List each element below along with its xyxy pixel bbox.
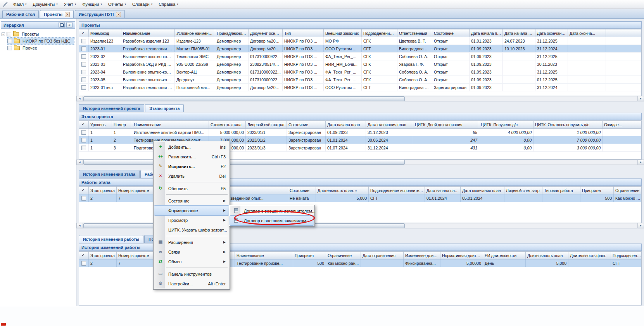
row-checkbox[interactable] [81, 146, 86, 150]
column-header[interactable]: Состояние [288, 187, 316, 194]
menu-item[interactable]: Договор с внешним заказчиком... [230, 216, 314, 225]
column-header[interactable]: Приоритет [580, 187, 614, 194]
scroll-left-icon[interactable]: ◄ [77, 223, 83, 228]
column-header[interactable]: Длительность план. [526, 252, 568, 259]
row-checkbox[interactable] [81, 261, 86, 266]
row-checkbox[interactable] [81, 85, 86, 90]
row-checkbox[interactable] [81, 39, 86, 43]
column-header[interactable]: Тип [283, 29, 324, 37]
select-all-header[interactable]: ✔ [79, 252, 89, 259]
menubar-item[interactable]: Документы▾ [30, 1, 61, 8]
menu-item[interactable]: ×УдалитьDel [154, 171, 229, 181]
column-header[interactable]: ЕИ длительности [483, 252, 526, 259]
column-header[interactable]: ЦИТК. Получено д/с [479, 121, 534, 128]
table-row[interactable]: 2023-02Выполнение опытно-конс...Технолог… [79, 53, 641, 60]
collapse-panel-icon[interactable]: « [66, 22, 73, 28]
menu-item[interactable]: Формирование▶ [154, 206, 229, 215]
column-header[interactable]: Состояние [432, 29, 470, 37]
scroll-right-icon[interactable]: ► [637, 96, 644, 101]
column-header[interactable]: Документ-основан... [249, 29, 283, 37]
window-tab[interactable]: Рабочий стол [2, 10, 39, 18]
menubar-item[interactable]: Файл▾ [10, 1, 30, 8]
column-header[interactable]: Принадлежность [215, 29, 249, 37]
scrollbar-track[interactable] [83, 96, 637, 101]
column-header[interactable]: Подразделение-исполнитель [611, 252, 642, 259]
scroll-left-icon[interactable]: ◄ [77, 160, 83, 165]
section-tab[interactable]: Этапы проекта [145, 104, 184, 112]
menubar-item[interactable]: Отчёты▾ [105, 1, 129, 8]
expander-icon[interactable]: − [2, 33, 5, 36]
menu-item[interactable]: ЦИТК. Указать шифр затрат... [154, 225, 229, 235]
table-row[interactable]: 11Изготовление опытной партии ПМ0...5 00… [79, 129, 641, 136]
close-icon[interactable]: × [65, 12, 70, 17]
tree-checkbox[interactable] [7, 46, 12, 50]
column-header[interactable]: Состояние [287, 121, 326, 128]
select-all-header[interactable]: ✔ [79, 29, 89, 37]
window-tab[interactable]: Проекты× [40, 10, 74, 18]
menu-item[interactable]: +Добавить...Ins [154, 142, 229, 152]
table-row[interactable]: 2023-05Выполнение опытно-конс...Дредноут… [79, 76, 641, 84]
column-header[interactable]: Подразделение-от... [362, 29, 397, 37]
row-checkbox[interactable] [81, 62, 86, 67]
row-checkbox[interactable] [81, 196, 86, 201]
scrollbar-thumb[interactable] [83, 160, 405, 165]
row-checkbox[interactable] [81, 46, 86, 51]
row-checkbox[interactable] [81, 54, 86, 59]
menu-item[interactable]: Состояние▶ [154, 196, 229, 206]
tree-checkbox[interactable] [7, 39, 12, 43]
column-header[interactable]: Приоритет [293, 252, 326, 259]
scroll-right-icon[interactable]: ► [637, 223, 644, 228]
menu-item[interactable]: Договор с внешним исполнителем... [230, 206, 314, 216]
scrollbar-thumb[interactable] [83, 96, 405, 101]
scroll-right-icon[interactable]: ► [637, 160, 644, 165]
column-header[interactable]: Дата начала план. [470, 29, 503, 37]
column-header[interactable]: Этап проекта [89, 187, 117, 194]
column-header[interactable]: Ответственный [397, 29, 432, 37]
column-header[interactable]: Наименование [132, 121, 209, 128]
column-header[interactable]: Условное наименова... [175, 29, 215, 37]
column-header[interactable]: ЦИТК. Дней до окончания [413, 121, 479, 128]
search-icon[interactable] [59, 22, 65, 28]
select-all-header[interactable]: ✔ [79, 187, 89, 194]
column-header[interactable]: Наименование [235, 252, 293, 259]
table-row[interactable]: 2023-04Выполнение опытно-конс...Вектор-А… [79, 68, 641, 76]
row-checkbox[interactable] [81, 138, 86, 142]
column-header[interactable]: Дата окончания план [461, 187, 504, 194]
row-checkbox[interactable] [81, 77, 86, 82]
column-header[interactable]: Длительность факт. [568, 252, 611, 259]
tree-item[interactable]: −Проекты [2, 31, 43, 38]
column-header[interactable]: Дата начала план [326, 121, 366, 128]
menu-item[interactable]: ▦Расширения▶ [154, 237, 229, 247]
scroll-left-icon[interactable]: ◄ [77, 96, 83, 101]
column-header[interactable]: Длительность план.▼ [316, 187, 369, 194]
table-row[interactable]: 2023-03Разработка ЭКД и РКД н...905-U020… [79, 60, 641, 68]
column-header[interactable]: Ограничение [326, 252, 361, 259]
menu-item[interactable]: ▭Панель инструментов [154, 269, 229, 279]
menu-item[interactable]: ⇄Обмен▶ [154, 257, 229, 266]
menubar-item[interactable]: Учёт▾ [61, 1, 79, 8]
column-header[interactable]: Стоимость этапа [209, 121, 246, 128]
column-header[interactable]: Внешний заказчик [324, 29, 362, 37]
section-tab[interactable]: История изменений этапа [79, 170, 140, 178]
column-header[interactable]: Дата начала план. [425, 187, 461, 194]
row-checkbox[interactable] [81, 70, 86, 74]
menu-item[interactable]: ∞Связи▶ [154, 247, 229, 257]
menu-item[interactable]: Просмотр▶ [154, 215, 229, 225]
column-header[interactable]: Номер в проекте [117, 187, 154, 194]
column-header[interactable]: Дата окончания п... [535, 29, 568, 37]
menu-item[interactable]: ++Размножить...Ctrl+F3 [154, 152, 229, 161]
column-header[interactable]: Дата окончания план [366, 121, 413, 128]
column-header[interactable]: Мнемокод [89, 29, 121, 37]
column-header[interactable]: Номер [112, 121, 132, 128]
tree-item[interactable]: Прочее [7, 45, 41, 51]
table-row[interactable]: 2023-01тестРазработка технологии и...Пос… [79, 84, 641, 91]
column-header[interactable]: Дата оконча... [568, 29, 606, 37]
column-header[interactable]: Ограничение [614, 187, 642, 194]
tree-item[interactable]: НИОКР по ГОЗ без НДС [7, 38, 74, 45]
column-header[interactable]: Лицевой счёт затр [504, 187, 542, 194]
column-header[interactable]: Лицевой счёт затрат [246, 121, 287, 128]
column-header[interactable]: Типовая работа [542, 187, 580, 194]
select-all-header[interactable]: ✔ [79, 121, 89, 128]
menu-item[interactable]: ✎Исправить...F2 [154, 161, 229, 171]
menubar-item[interactable]: Справка▾ [155, 1, 181, 8]
